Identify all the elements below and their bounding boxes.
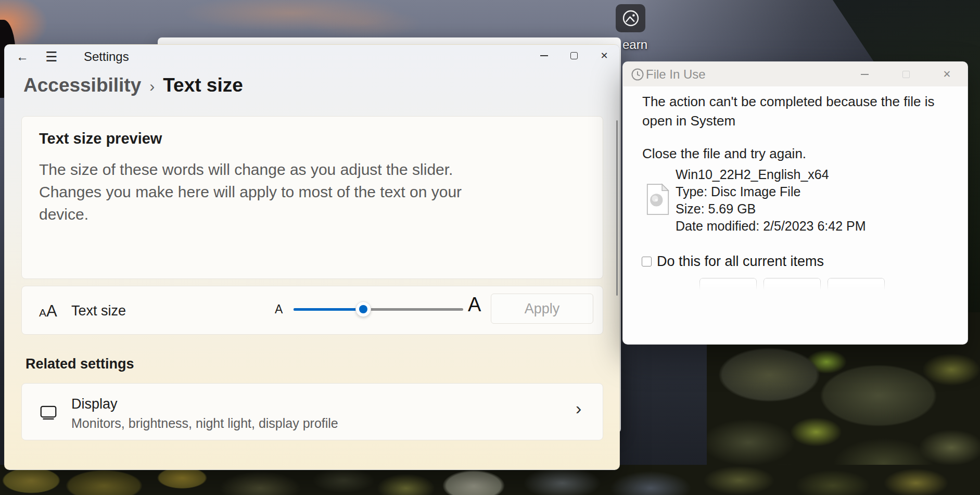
navigation-menu-button[interactable]: ☰ <box>41 48 62 66</box>
maximize-button[interactable] <box>559 45 589 67</box>
dialog-minimize-button[interactable] <box>844 62 885 86</box>
file-in-use-dialog: File In Use ✕ The action can't be comple… <box>622 61 968 345</box>
window-title: Settings <box>84 49 129 64</box>
shortcut-label[interactable]: earn <box>622 37 647 52</box>
settings-window: ← ☰ Settings ✕ Accessibility › Text size… <box>4 44 620 470</box>
dialog-title: File In Use <box>646 67 706 82</box>
slider-min-label: A <box>275 302 283 316</box>
file-size: Size: 5.69 GB <box>676 200 866 218</box>
photo-icon <box>621 9 640 28</box>
minimize-button[interactable] <box>529 45 559 67</box>
preview-body: The size of these words will change as y… <box>39 158 513 225</box>
dialog-button-1[interactable] <box>699 278 757 291</box>
close-icon: ✕ <box>600 51 608 60</box>
clock-icon <box>630 67 645 82</box>
text-size-icon: A A <box>39 286 57 335</box>
chevron-right-icon: › <box>576 398 581 418</box>
minimize-icon <box>540 55 548 56</box>
dialog-instruction: Close the file and try again. <box>642 146 806 162</box>
preview-heading: Text size preview <box>39 130 162 147</box>
slider-thumb-dot <box>359 305 367 313</box>
file-modified: Date modified: 2/5/2023 6:42 PM <box>676 218 866 235</box>
page-title: Text size <box>163 74 243 96</box>
photos-shortcut-icon[interactable] <box>616 4 645 32</box>
disc-image-file-icon <box>646 183 670 215</box>
display-row-title: Display <box>71 396 118 412</box>
display-settings-row[interactable]: Display Monitors, brightness, night ligh… <box>21 383 603 440</box>
dialog-button-2[interactable] <box>763 278 821 291</box>
text-size-preview-card: Text size preview The size of these word… <box>21 116 603 279</box>
file-name: Win10_22H2_English_x64 <box>676 166 866 183</box>
file-type: Type: Disc Image File <box>676 183 866 200</box>
checkbox-label: Do this for all current items <box>657 253 824 270</box>
dialog-message: The action can't be completed because th… <box>642 92 954 131</box>
display-row-subtitle: Monitors, brightness, night light, displ… <box>71 416 338 431</box>
dialog-close-button[interactable]: ✕ <box>926 62 968 86</box>
text-size-slider-row: A A Text size A A Apply <box>21 286 603 335</box>
slider-fill <box>294 308 363 311</box>
desktop: earn ← ☰ Settings ✕ Accessibility › Text… <box>0 0 980 495</box>
back-arrow-icon: ← <box>16 49 29 64</box>
related-settings-heading: Related settings <box>26 356 134 372</box>
dialog-maximize-button <box>885 62 926 86</box>
dialog-titlebar: File In Use ✕ <box>623 62 968 86</box>
slider-thumb[interactable] <box>355 301 371 317</box>
breadcrumb-accessibility[interactable]: Accessibility <box>23 74 141 96</box>
maximize-icon <box>902 71 910 78</box>
file-details: Win10_22H2_English_x64 Type: Disc Image … <box>676 166 866 235</box>
display-icon <box>39 403 58 424</box>
text-size-icon-small-a: A <box>39 307 46 319</box>
settings-scrollbar[interactable] <box>616 120 618 296</box>
text-size-icon-large-a: A <box>46 302 57 321</box>
do-this-for-all-checkbox[interactable] <box>642 257 652 266</box>
close-button[interactable]: ✕ <box>589 45 619 67</box>
minimize-icon <box>861 74 869 75</box>
apply-button[interactable]: Apply <box>491 294 593 324</box>
dialog-buttons-cutoff <box>699 278 885 291</box>
maximize-icon <box>570 52 578 59</box>
slider-max-label: A <box>468 294 481 316</box>
breadcrumb: Accessibility › Text size <box>23 74 243 96</box>
slider-label: Text size <box>71 303 126 319</box>
settings-titlebar: ← ☰ Settings ✕ <box>5 45 619 69</box>
hamburger-icon: ☰ <box>45 49 57 65</box>
text-size-slider[interactable] <box>294 308 463 311</box>
close-icon: ✕ <box>943 69 951 79</box>
breadcrumb-separator: › <box>149 76 155 95</box>
back-button[interactable]: ← <box>12 48 33 66</box>
dialog-button-3[interactable] <box>828 278 885 291</box>
